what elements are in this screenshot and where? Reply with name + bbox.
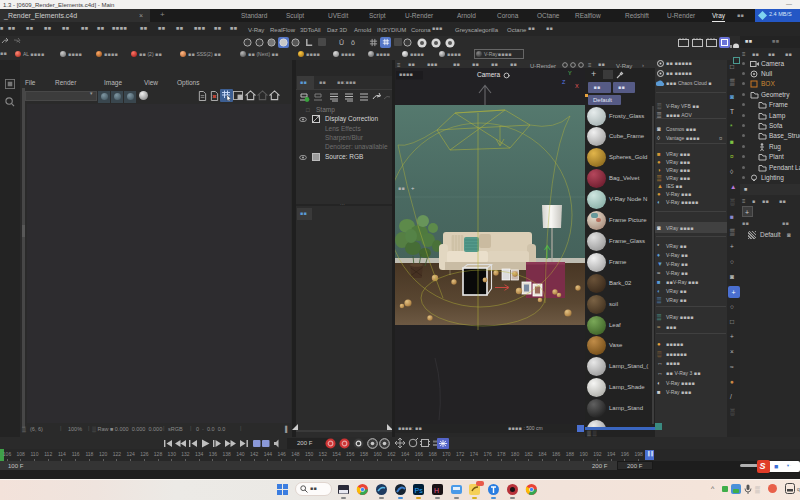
svg-text:H: H [434, 487, 439, 494]
svg-text:Ps: Ps [415, 487, 424, 494]
